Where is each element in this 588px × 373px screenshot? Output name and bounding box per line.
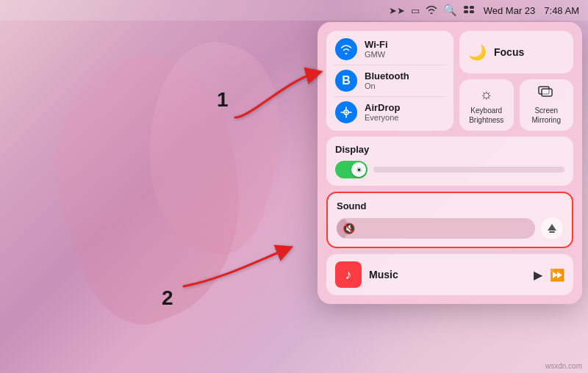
display-toggle[interactable]: ☀ (335, 161, 368, 178)
mute-icon: 🔇 (343, 222, 355, 234)
bluetooth-icon: B (335, 70, 357, 92)
focus-label: Focus (494, 46, 524, 58)
arrow-annotation-2 (176, 235, 294, 297)
display-label: Display (335, 144, 564, 155)
sound-slider[interactable]: 🔇 (337, 218, 535, 239)
cc-right-column: 🌙 Focus ☼ KeyboardBrightness (459, 31, 573, 131)
music-controls: ▶ ⏩ (534, 268, 564, 282)
airplay-button[interactable] (541, 217, 563, 239)
control-center-panel: Wi-Fi GMW B Bluetooth On (318, 22, 582, 304)
display-section: Display ☀ (326, 137, 573, 186)
sound-row: 🔇 (337, 217, 563, 239)
screen-mirroring-icon (538, 86, 554, 103)
menubar-time: 7:48 AM (544, 5, 579, 16)
cc-connectivity-panel: Wi-Fi GMW B Bluetooth On (326, 31, 453, 131)
cc-bottom-right-tiles: ☼ KeyboardBrightness ScreenMirroring (459, 79, 573, 131)
wifi-menubar-icon[interactable] (426, 5, 437, 16)
keyboard-brightness-label: KeyboardBrightness (469, 106, 503, 125)
desktop: ➤➤ ▭ 🔍 Wed Mar 23 7:48 AM (0, 0, 588, 373)
svg-rect-0 (464, 6, 468, 9)
toggle-knob: ☀ (351, 162, 366, 177)
controlcenter-icon[interactable] (463, 5, 475, 16)
search-menubar-icon[interactable]: 🔍 (443, 4, 457, 17)
airdrop-sublabel: Everyone (365, 113, 400, 123)
airdrop-text: AirDrop Everyone (365, 102, 400, 123)
menubar-datetime: Wed Mar 23 (484, 5, 536, 16)
keyboard-brightness-icon: ☼ (480, 86, 493, 103)
wifi-label: Wi-Fi (365, 39, 388, 51)
svg-rect-2 (464, 10, 468, 13)
wifi-icon (335, 38, 357, 60)
battery-icon[interactable]: ▭ (411, 5, 420, 16)
svg-rect-3 (470, 10, 474, 13)
bluetooth-label: Bluetooth (365, 70, 409, 82)
sound-label: Sound (337, 200, 563, 211)
keyboard-brightness-tile[interactable]: ☼ KeyboardBrightness (459, 79, 514, 131)
menubar: ➤➤ ▭ 🔍 Wed Mar 23 7:48 AM (0, 0, 588, 21)
annotation-number-1: 1 (217, 88, 229, 112)
cc-top-row: Wi-Fi GMW B Bluetooth On (326, 31, 573, 131)
divider-2 (334, 96, 446, 97)
display-brightness-bar[interactable] (373, 167, 564, 173)
bluetooth-item[interactable]: B Bluetooth On (335, 70, 445, 92)
screen-mirroring-tile[interactable]: ScreenMirroring (520, 79, 574, 131)
screen-mirroring-label: ScreenMirroring (532, 106, 561, 125)
bluetooth-sublabel: On (365, 82, 409, 91)
watermark: wsxdn.com (545, 362, 582, 370)
wifi-sublabel: GMW (365, 50, 388, 59)
music-app-icon: ♪ (335, 261, 362, 288)
music-section: ♪ Music ▶ ⏩ (326, 254, 573, 295)
airdrop-item[interactable]: AirDrop Everyone (335, 101, 445, 123)
skip-forward-button[interactable]: ⏩ (550, 268, 564, 282)
svg-point-5 (345, 112, 348, 114)
music-label: Music (369, 269, 526, 280)
wifi-text: Wi-Fi GMW (365, 39, 388, 60)
sound-section: Sound 🔇 (326, 192, 573, 248)
svg-rect-8 (549, 231, 555, 233)
focus-tile[interactable]: 🌙 Focus (459, 31, 573, 73)
airdrop-icon (335, 101, 357, 123)
wifi-item[interactable]: Wi-Fi GMW (335, 38, 445, 60)
focus-icon: 🌙 (468, 43, 487, 61)
airdrop-label: AirDrop (365, 102, 400, 114)
divider-1 (334, 65, 446, 65)
svg-rect-7 (542, 89, 552, 96)
annotation-number-2: 2 (162, 286, 173, 310)
shortcuts-icon[interactable]: ➤➤ (389, 5, 405, 16)
svg-rect-1 (470, 6, 474, 9)
arrow-annotation-1 (228, 66, 323, 128)
play-button[interactable]: ▶ (534, 268, 542, 282)
display-toggle-row: ☀ (335, 161, 564, 178)
bluetooth-text: Bluetooth On (365, 70, 409, 92)
